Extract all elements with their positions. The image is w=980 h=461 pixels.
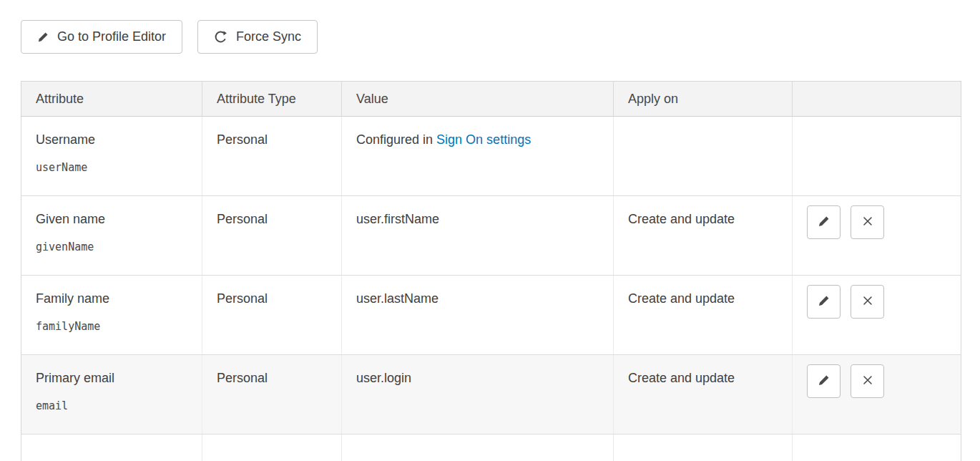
attribute-key: familyName [36, 319, 195, 334]
edit-attribute-button[interactable] [807, 364, 841, 398]
pencil-icon [818, 295, 830, 309]
value-cell: user.lastName [342, 276, 614, 355]
row-actions [807, 205, 954, 239]
header-value: Value [342, 82, 614, 117]
attribute-label: Primary email [36, 370, 195, 386]
table-row-given-name: Given name givenName Personal user.first… [21, 196, 961, 276]
header-apply-on: Apply on [614, 82, 793, 117]
sign-on-settings-link[interactable]: Sign On settings [436, 132, 531, 147]
go-to-profile-editor-button[interactable]: Go to Profile Editor [21, 20, 182, 54]
attribute-type-cell: Personal [202, 196, 342, 276]
delete-attribute-button[interactable] [851, 285, 884, 319]
attribute-label: Given name [36, 211, 195, 227]
table-row-primary-email: Primary email email Personal user.login … [21, 355, 961, 435]
table-header-row: Attribute Attribute Type Value Apply on [21, 82, 961, 117]
value-cell: user.login [342, 355, 614, 435]
header-actions [793, 82, 961, 117]
row-actions [807, 285, 954, 319]
pencil-icon [37, 31, 49, 43]
edit-attribute-button[interactable] [807, 285, 841, 319]
x-icon [862, 215, 873, 229]
attribute-cell: Username userName [21, 117, 202, 196]
x-icon [862, 374, 873, 388]
table-row-family-name: Family name familyName Personal user.las… [21, 276, 961, 355]
actions-cell [793, 117, 961, 196]
attribute-label: Username [36, 132, 195, 147]
edit-attribute-button[interactable] [807, 205, 841, 239]
header-attribute: Attribute [21, 82, 202, 117]
attribute-type-cell: Personal [202, 117, 342, 196]
toolbar: Go to Profile Editor Force Sync [21, 20, 961, 54]
delete-attribute-button[interactable] [851, 205, 884, 239]
actions-cell [793, 355, 961, 435]
force-sync-label: Force Sync [236, 29, 301, 44]
actions-cell [793, 196, 961, 276]
row-actions [807, 364, 954, 398]
attribute-label: Family name [36, 291, 195, 306]
actions-cell [793, 435, 961, 461]
attribute-cell: Given name givenName [21, 196, 202, 276]
table-row-partial [21, 435, 961, 461]
x-icon [862, 295, 873, 309]
attribute-key: userName [36, 160, 195, 175]
attribute-cell [21, 435, 202, 461]
attribute-type-cell [202, 435, 342, 461]
apply-on-cell [614, 435, 793, 461]
pencil-icon [818, 374, 830, 389]
go-to-profile-editor-label: Go to Profile Editor [57, 29, 166, 44]
delete-attribute-button[interactable] [851, 364, 884, 398]
attribute-mapping-table: Attribute Attribute Type Value Apply on … [21, 81, 961, 461]
value-cell [342, 435, 614, 461]
value-cell: Configured inSign On settings [342, 117, 614, 196]
header-attribute-type: Attribute Type [202, 82, 342, 117]
force-sync-button[interactable]: Force Sync [197, 20, 318, 54]
attribute-type-cell: Personal [202, 355, 342, 435]
apply-on-cell: Create and update [614, 196, 793, 276]
apply-on-cell: Create and update [614, 355, 793, 435]
value-cell: user.firstName [342, 196, 614, 276]
attribute-type-cell: Personal [202, 276, 342, 355]
apply-on-cell: Create and update [614, 276, 793, 355]
attribute-key: givenName [36, 239, 195, 255]
apply-on-cell [614, 117, 793, 196]
actions-cell [793, 276, 961, 355]
pencil-icon [818, 215, 830, 230]
attribute-mappings-page: Go to Profile Editor Force Sync Attribut… [0, 0, 980, 461]
value-text: Configured in [356, 132, 433, 147]
attribute-key: email [36, 398, 195, 414]
attribute-cell: Family name familyName [21, 276, 202, 355]
table-row-username: Username userName Personal Configured in… [21, 117, 961, 196]
refresh-icon [214, 30, 227, 44]
attribute-cell: Primary email email [21, 355, 202, 435]
